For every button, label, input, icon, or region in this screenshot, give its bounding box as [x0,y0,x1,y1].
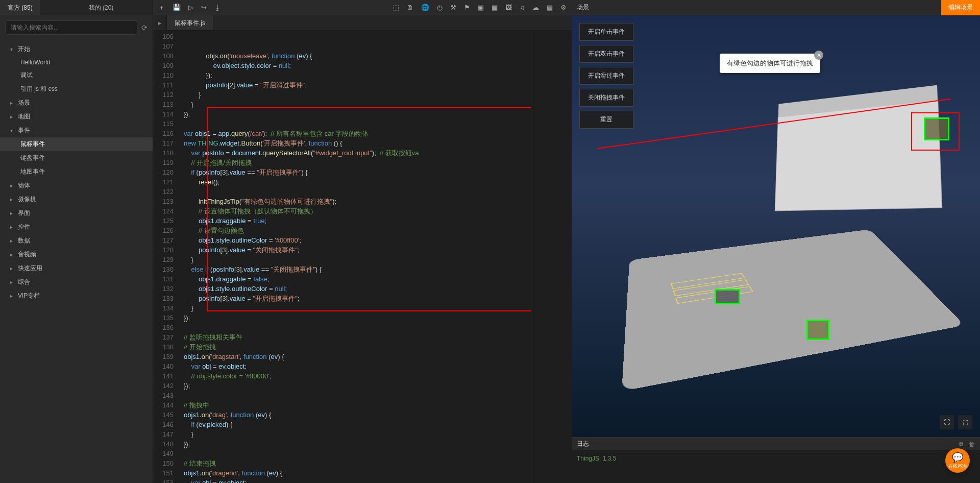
expand-icon[interactable]: ⛶ [940,415,954,429]
sidebar: 官方 (85) 我的 (20) ⟳ ▾开始 HelloWorld 调试 引用 j… [0,0,153,483]
tree-misc[interactable]: ▸综合 [0,275,153,289]
search-input[interactable] [5,20,137,35]
gutter: 1061071081091101111121131141151161171181… [153,31,179,483]
tree-jscss[interactable]: 引用 js 和 css [0,82,153,96]
tree-av[interactable]: ▸音视频 [0,248,153,261]
flag-icon[interactable]: ⚑ [464,4,470,11]
btn-click-event[interactable]: 开启单击事件 [579,23,633,41]
minimap[interactable] [531,31,572,483]
tree-debug[interactable]: 调试 [0,68,153,82]
settings-icon[interactable]: ⚙ [560,4,567,11]
btn-drag-event[interactable]: 关闭拖拽事件 [579,89,633,107]
tree-keyboard-events[interactable]: 键盘事件 [0,151,153,165]
btn-hover-event[interactable]: 开启滑过事件 [579,67,633,85]
tree-vip[interactable]: ▸VIP专栏 [0,289,153,303]
image-icon[interactable]: 🖼 [505,4,512,11]
tooltip-text: 有绿色勾边的物体可进行拖拽 [727,59,813,67]
refresh-icon[interactable]: ⟳ [141,23,148,32]
annotation-box [911,112,960,151]
chat-bubble[interactable]: 💬 在线咨询 [945,448,970,473]
code-editor[interactable]: objs.on('mouseleave', function (ev) { ev… [179,31,531,483]
car-outlined[interactable] [715,289,740,304]
tab-mine[interactable]: 我的 (20) [81,0,121,15]
right-panel: 场景 编辑场景 开启单击事件 开启双击事件 开启滑过事件 关闭拖拽事件 重置 有… [572,0,980,483]
log-clear-icon[interactable]: 🗑 [969,441,975,448]
doc-icon[interactable]: 🗎 [407,4,413,11]
cloud-icon[interactable]: ☁ [532,4,539,11]
tree-mouse-events[interactable]: 鼠标事件 [0,137,153,151]
tree-data[interactable]: ▸数据 [0,234,153,248]
tree-map-events[interactable]: 地图事件 [0,165,153,179]
tooltip-close-icon[interactable]: ✕ [814,51,823,60]
btn-dblclick-event[interactable]: 开启双击事件 [579,45,633,63]
tree-map[interactable]: ▸地图 [0,110,153,124]
code-area: 1061071081091101111121131141151161171181… [153,31,572,483]
layers-icon[interactable]: ▤ [547,4,553,11]
panel-icon[interactable]: ▣ [478,4,484,11]
tree-start[interactable]: ▾开始 [0,42,153,56]
share-icon[interactable]: ↪ [201,4,207,11]
cube-icon[interactable]: ⬚ [393,4,399,11]
tool1-icon[interactable]: ⚒ [450,4,456,11]
tree-ui[interactable]: ▸界面 [0,206,153,220]
sidebar-tabs: 官方 (85) 我的 (20) [0,0,153,15]
search-bar: ⟳ [0,15,153,40]
tree-widget[interactable]: ▸控件 [0,220,153,234]
tree-events[interactable]: ▾事件 [0,124,153,137]
tree-scene[interactable]: ▸场景 [0,96,153,110]
tab-blurred[interactable] [40,0,81,15]
run-icon[interactable]: ▷ [188,4,193,11]
forklift-2-outlined[interactable] [806,320,829,340]
tree-object[interactable]: ▸物体 [0,179,153,192]
scene-buttons: 开启单击事件 开启双击事件 开启滑过事件 关闭拖拽事件 重置 [579,23,633,129]
editor-area: ＋ 💾 ▷ ↪ ⭳ ⬚ 🗎 🌐 ◷ ⚒ ⚑ ▣ ▦ 🖼 ♫ ☁ ▤ ⚙ [153,0,572,483]
file-tab-active[interactable]: 鼠标事件.js [167,15,213,30]
file-tab-add[interactable]: ▸ [153,15,167,30]
file-tabs: ▸ 鼠标事件.js [153,15,572,31]
scene-header: 场景 编辑场景 [572,0,980,15]
scene-3d-viewport[interactable]: 开启单击事件 开启双击事件 开启滑过事件 关闭拖拽事件 重置 有绿色勾边的物体可… [572,15,980,437]
download-icon[interactable]: ⭳ [214,4,221,11]
new-icon[interactable]: ＋ [158,3,165,12]
scene-controls: ⛶ ⬚ [940,415,972,429]
tree-camera[interactable]: ▸摄像机 [0,192,153,206]
fullscreen-icon[interactable]: ⬚ [958,415,972,429]
grid-icon[interactable]: ▦ [492,4,498,11]
toolbar: ＋ 💾 ▷ ↪ ⭳ ⬚ 🗎 🌐 ◷ ⚒ ⚑ ▣ ▦ 🖼 ♫ ☁ ▤ ⚙ [153,0,572,15]
tooltip: 有绿色勾边的物体可进行拖拽 ✕ [720,54,820,73]
tree-quick[interactable]: ▸快速应用 [0,261,153,275]
scene-title: 场景 [577,3,589,12]
globe-icon[interactable]: 🌐 [421,4,429,11]
tab-official[interactable]: 官方 (85) [0,0,40,15]
log-panel: 日志 ⧉ 🗑 ThingJS: 1.3.5 [572,437,980,483]
log-title: 日志 [577,440,589,448]
ground-plane [622,229,965,391]
chat-icon: 💬 [952,452,963,463]
save-icon[interactable]: 💾 [173,4,181,11]
tree-helloworld[interactable]: HelloWorld [0,56,153,68]
chat-label: 在线咨询 [948,463,967,470]
clock-icon[interactable]: ◷ [437,4,443,11]
log-header: 日志 ⧉ 🗑 [572,438,980,451]
music-icon[interactable]: ♫ [520,4,525,11]
tree: ▾开始 HelloWorld 调试 引用 js 和 css ▸场景 ▸地图 ▾事… [0,40,153,483]
btn-reset[interactable]: 重置 [579,111,633,129]
edit-scene-button[interactable]: 编辑场景 [941,0,980,15]
log-content: ThingJS: 1.3.5 [572,451,980,466]
log-popout-icon[interactable]: ⧉ [959,441,964,448]
